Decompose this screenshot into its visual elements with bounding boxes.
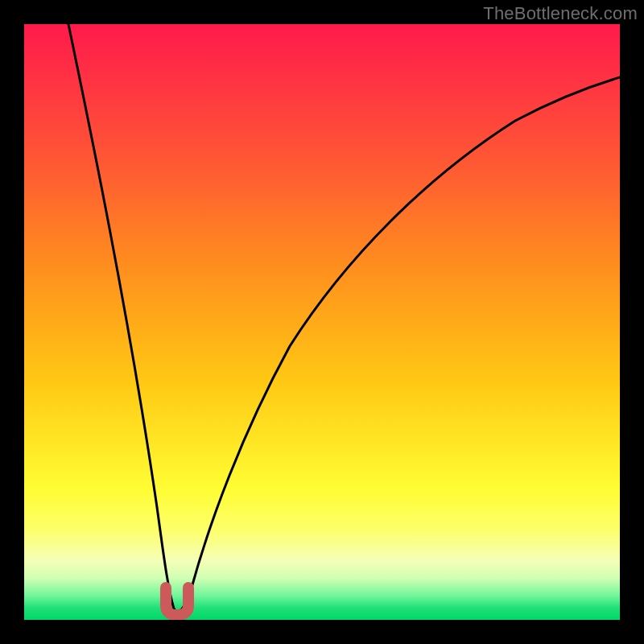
bottleneck-curve bbox=[68, 24, 620, 611]
chart-frame: TheBottleneck.com bbox=[0, 0, 644, 644]
curve-layer bbox=[24, 24, 620, 620]
watermark-text: TheBottleneck.com bbox=[483, 3, 638, 24]
plot-area bbox=[24, 24, 620, 620]
highlight-u-marker bbox=[166, 588, 188, 615]
